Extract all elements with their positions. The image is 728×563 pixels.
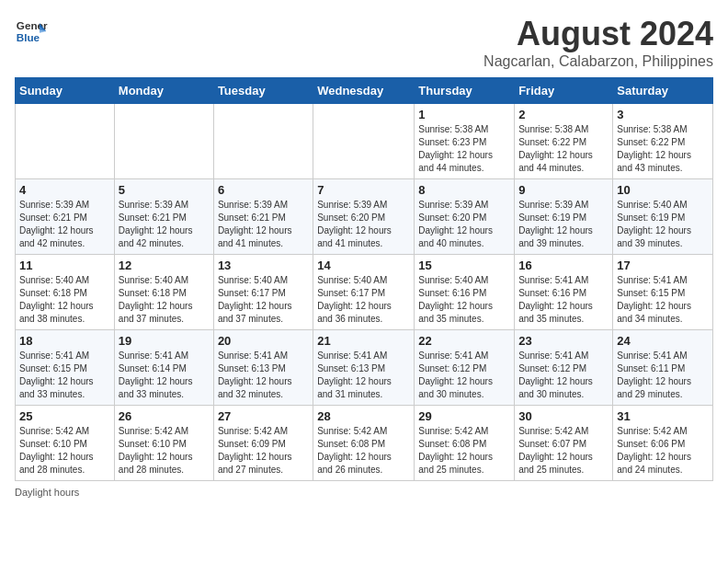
calendar-cell: 1Sunrise: 5:38 AM Sunset: 6:23 PM Daylig… [415, 104, 515, 179]
calendar-cell [313, 104, 415, 179]
day-info: Sunrise: 5:39 AM Sunset: 6:20 PM Dayligh… [317, 199, 410, 250]
day-info: Sunrise: 5:40 AM Sunset: 6:19 PM Dayligh… [617, 199, 709, 250]
day-number: 27 [218, 409, 309, 423]
day-number: 28 [317, 409, 410, 423]
header-row: SundayMondayTuesdayWednesdayThursdayFrid… [16, 78, 713, 104]
calendar-cell: 5Sunrise: 5:39 AM Sunset: 6:21 PM Daylig… [114, 179, 213, 255]
footer: Daylight hours [15, 487, 713, 498]
day-number: 17 [617, 259, 709, 272]
day-number: 4 [19, 183, 110, 197]
day-info: Sunrise: 5:39 AM Sunset: 6:19 PM Dayligh… [518, 199, 609, 250]
day-info: Sunrise: 5:42 AM Sunset: 6:09 PM Dayligh… [218, 425, 309, 477]
day-number: 24 [617, 334, 709, 348]
day-info: Sunrise: 5:41 AM Sunset: 6:14 PM Dayligh… [119, 350, 210, 401]
calendar-cell: 31Sunrise: 5:42 AM Sunset: 6:06 PM Dayli… [613, 406, 713, 481]
day-info: Sunrise: 5:42 AM Sunset: 6:08 PM Dayligh… [418, 425, 510, 477]
calendar-cell: 7Sunrise: 5:39 AM Sunset: 6:20 PM Daylig… [313, 179, 415, 255]
day-number: 30 [518, 409, 609, 423]
calendar-cell: 3Sunrise: 5:38 AM Sunset: 6:22 PM Daylig… [613, 104, 713, 179]
logo-icon: General Blue [15, 15, 48, 48]
day-info: Sunrise: 5:41 AM Sunset: 6:13 PM Dayligh… [317, 350, 410, 401]
day-header-sunday: Sunday [16, 78, 115, 104]
daylight-label: Daylight hours [15, 487, 79, 498]
calendar-cell [213, 104, 313, 179]
calendar-cell: 25Sunrise: 5:42 AM Sunset: 6:10 PM Dayli… [16, 406, 115, 481]
calendar-week-5: 25Sunrise: 5:42 AM Sunset: 6:10 PM Dayli… [16, 406, 713, 481]
day-info: Sunrise: 5:38 AM Sunset: 6:23 PM Dayligh… [418, 123, 510, 175]
calendar-cell [16, 104, 115, 179]
day-header-thursday: Thursday [415, 78, 515, 104]
day-header-friday: Friday [515, 78, 613, 104]
calendar-cell: 29Sunrise: 5:42 AM Sunset: 6:08 PM Dayli… [415, 406, 515, 481]
calendar-cell: 6Sunrise: 5:39 AM Sunset: 6:21 PM Daylig… [213, 179, 313, 255]
day-number: 26 [119, 409, 210, 423]
calendar-cell: 9Sunrise: 5:39 AM Sunset: 6:19 PM Daylig… [515, 179, 613, 255]
day-info: Sunrise: 5:40 AM Sunset: 6:18 PM Dayligh… [119, 274, 210, 326]
day-info: Sunrise: 5:39 AM Sunset: 6:21 PM Dayligh… [218, 199, 309, 250]
day-number: 10 [617, 183, 709, 197]
calendar-cell: 2Sunrise: 5:38 AM Sunset: 6:22 PM Daylig… [515, 104, 613, 179]
calendar-week-1: 1Sunrise: 5:38 AM Sunset: 6:23 PM Daylig… [16, 104, 713, 179]
calendar-cell: 27Sunrise: 5:42 AM Sunset: 6:09 PM Dayli… [213, 406, 313, 481]
day-number: 13 [218, 259, 309, 272]
day-info: Sunrise: 5:42 AM Sunset: 6:08 PM Dayligh… [317, 425, 410, 477]
calendar: SundayMondayTuesdayWednesdayThursdayFrid… [15, 77, 713, 481]
calendar-week-2: 4Sunrise: 5:39 AM Sunset: 6:21 PM Daylig… [16, 179, 713, 255]
day-number: 18 [19, 334, 110, 348]
logo: General Blue [15, 15, 48, 48]
day-header-wednesday: Wednesday [313, 78, 415, 104]
day-info: Sunrise: 5:42 AM Sunset: 6:10 PM Dayligh… [119, 425, 210, 477]
header: General Blue August 2024 Nagcarlan, Cala… [15, 15, 713, 70]
day-number: 8 [418, 183, 510, 197]
calendar-cell: 26Sunrise: 5:42 AM Sunset: 6:10 PM Dayli… [114, 406, 213, 481]
day-info: Sunrise: 5:39 AM Sunset: 6:20 PM Dayligh… [418, 199, 510, 250]
day-info: Sunrise: 5:41 AM Sunset: 6:15 PM Dayligh… [617, 274, 709, 326]
day-info: Sunrise: 5:38 AM Sunset: 6:22 PM Dayligh… [518, 123, 609, 175]
day-info: Sunrise: 5:41 AM Sunset: 6:15 PM Dayligh… [19, 350, 110, 401]
calendar-cell: 11Sunrise: 5:40 AM Sunset: 6:18 PM Dayli… [16, 255, 115, 330]
day-number: 9 [518, 183, 609, 197]
day-header-monday: Monday [114, 78, 213, 104]
calendar-cell: 12Sunrise: 5:40 AM Sunset: 6:18 PM Dayli… [114, 255, 213, 330]
calendar-cell: 15Sunrise: 5:40 AM Sunset: 6:16 PM Dayli… [415, 255, 515, 330]
day-number: 21 [317, 334, 410, 348]
calendar-cell [114, 104, 213, 179]
day-info: Sunrise: 5:40 AM Sunset: 6:18 PM Dayligh… [19, 274, 110, 326]
calendar-cell: 28Sunrise: 5:42 AM Sunset: 6:08 PM Dayli… [313, 406, 415, 481]
calendar-cell: 16Sunrise: 5:41 AM Sunset: 6:16 PM Dayli… [515, 255, 613, 330]
day-number: 15 [418, 259, 510, 272]
day-number: 22 [418, 334, 510, 348]
calendar-week-3: 11Sunrise: 5:40 AM Sunset: 6:18 PM Dayli… [16, 255, 713, 330]
day-number: 25 [19, 409, 110, 423]
subtitle: Nagcarlan, Calabarzon, Philippines [483, 53, 713, 70]
day-number: 20 [218, 334, 309, 348]
day-number: 7 [317, 183, 410, 197]
day-info: Sunrise: 5:41 AM Sunset: 6:11 PM Dayligh… [617, 350, 709, 401]
calendar-cell: 10Sunrise: 5:40 AM Sunset: 6:19 PM Dayli… [613, 179, 713, 255]
calendar-cell: 18Sunrise: 5:41 AM Sunset: 6:15 PM Dayli… [16, 330, 115, 406]
day-number: 11 [19, 259, 110, 272]
day-info: Sunrise: 5:40 AM Sunset: 6:16 PM Dayligh… [418, 274, 510, 326]
day-info: Sunrise: 5:41 AM Sunset: 6:12 PM Dayligh… [418, 350, 510, 401]
title-area: August 2024 Nagcarlan, Calabarzon, Phili… [483, 15, 713, 70]
calendar-cell: 21Sunrise: 5:41 AM Sunset: 6:13 PM Dayli… [313, 330, 415, 406]
day-number: 5 [119, 183, 210, 197]
day-info: Sunrise: 5:41 AM Sunset: 6:12 PM Dayligh… [518, 350, 609, 401]
day-info: Sunrise: 5:40 AM Sunset: 6:17 PM Dayligh… [317, 274, 410, 326]
day-header-saturday: Saturday [613, 78, 713, 104]
day-info: Sunrise: 5:42 AM Sunset: 6:07 PM Dayligh… [518, 425, 609, 477]
day-info: Sunrise: 5:39 AM Sunset: 6:21 PM Dayligh… [19, 199, 110, 250]
calendar-cell: 19Sunrise: 5:41 AM Sunset: 6:14 PM Dayli… [114, 330, 213, 406]
day-number: 31 [617, 409, 709, 423]
day-info: Sunrise: 5:41 AM Sunset: 6:16 PM Dayligh… [518, 274, 609, 326]
day-info: Sunrise: 5:41 AM Sunset: 6:13 PM Dayligh… [218, 350, 309, 401]
calendar-cell: 23Sunrise: 5:41 AM Sunset: 6:12 PM Dayli… [515, 330, 613, 406]
calendar-cell: 20Sunrise: 5:41 AM Sunset: 6:13 PM Dayli… [213, 330, 313, 406]
day-info: Sunrise: 5:42 AM Sunset: 6:10 PM Dayligh… [19, 425, 110, 477]
calendar-week-4: 18Sunrise: 5:41 AM Sunset: 6:15 PM Dayli… [16, 330, 713, 406]
calendar-cell: 17Sunrise: 5:41 AM Sunset: 6:15 PM Dayli… [613, 255, 713, 330]
day-number: 23 [518, 334, 609, 348]
footer-legend: Daylight hours [15, 487, 79, 498]
day-info: Sunrise: 5:39 AM Sunset: 6:21 PM Dayligh… [119, 199, 210, 250]
day-info: Sunrise: 5:42 AM Sunset: 6:06 PM Dayligh… [617, 425, 709, 477]
